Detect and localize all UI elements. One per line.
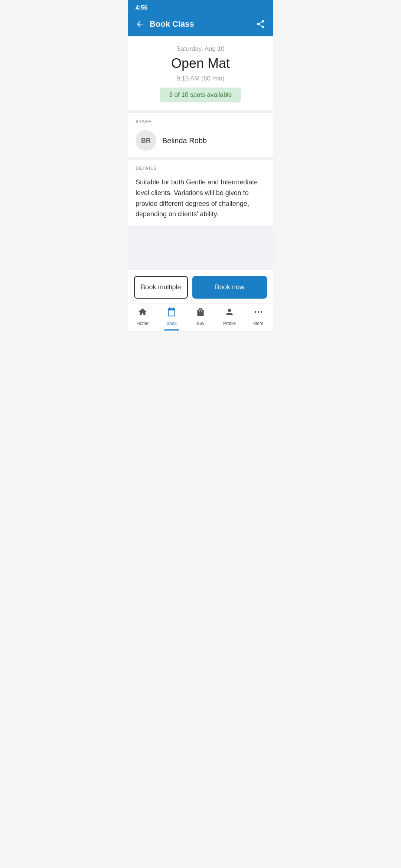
details-text: Suitable for both Gentle and Intermediat… [136,177,265,220]
staff-name: Belinda Robb [162,137,207,145]
more-icon [254,307,263,319]
status-bar: 4:56 [128,0,273,14]
book-now-button[interactable]: Book now [192,276,267,299]
buy-icon [196,307,205,319]
svg-point-0 [255,311,256,313]
status-time: 4:56 [136,4,147,11]
profile-icon [225,307,234,319]
nav-label-buy: Buy [197,321,205,326]
nav-item-buy[interactable]: Buy [186,303,215,331]
nav-item-profile[interactable]: Profile [215,303,244,331]
svg-point-2 [260,311,262,313]
nav-label-more: More [253,321,263,326]
page-wrapper: 4:56 Book Class Saturday, Aug 10 Open Ma… [128,0,273,331]
share-icon [256,19,265,29]
staff-row: BR Belinda Robb [136,130,265,151]
top-bar: Book Class [128,14,273,36]
book-icon [167,307,176,319]
top-bar-left: Book Class [134,18,194,30]
staff-avatar: BR [136,130,156,151]
nav-item-home[interactable]: Home [128,303,157,331]
staff-section: STAFF BR Belinda Robb [128,113,273,157]
details-section: DETAILS Suitable for both Gentle and Int… [128,160,273,226]
nav-label-book: Book [166,321,176,326]
nav-item-book[interactable]: Book [157,303,186,331]
class-name: Open Mat [136,56,265,71]
class-time: 9:15 AM (60 min) [136,75,265,82]
home-icon [138,307,147,319]
bottom-nav: Home Book Buy [128,303,273,331]
spots-badge: 3 of 10 spots available [160,88,241,102]
nav-label-profile: Profile [223,321,236,326]
main-content: Saturday, Aug 10 Open Mat 9:15 AM (60 mi… [128,36,273,331]
class-info-section: Saturday, Aug 10 Open Mat 9:15 AM (60 mi… [128,36,273,110]
staff-section-label: STAFF [136,119,265,124]
nav-item-more[interactable]: More [244,303,273,331]
svg-point-1 [258,311,259,313]
bottom-actions: Book multiple Book now [128,270,273,303]
back-button[interactable] [134,18,146,30]
nav-label-home: Home [137,321,149,326]
back-icon [136,20,144,29]
details-section-label: DETAILS [136,166,265,171]
book-multiple-button[interactable]: Book multiple [134,276,188,299]
page-title: Book Class [150,19,194,29]
share-button[interactable] [254,18,267,30]
class-date: Saturday, Aug 10 [136,45,265,53]
content-spacer [128,226,273,270]
